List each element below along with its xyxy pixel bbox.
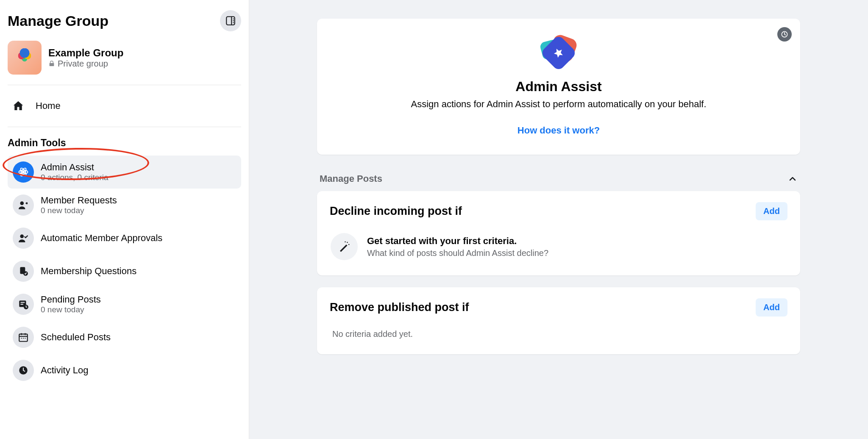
decline-title: Decline incoming post if: [330, 205, 462, 218]
atom-icon: [17, 166, 29, 178]
decline-body-sub: What kind of posts should Admin Assist d…: [367, 248, 548, 258]
sidebar-item-home[interactable]: Home: [8, 85, 241, 127]
svg-point-29: [348, 244, 350, 245]
group-name: Example Group: [48, 47, 123, 59]
sidebar-item-membership-questions[interactable]: Membership Questions: [8, 255, 241, 288]
rule-head: Remove published post if Add: [330, 298, 787, 317]
tool-label: Member Requests: [41, 195, 117, 206]
hero-description: Assign actions for Admin Assist to perfo…: [327, 99, 790, 110]
decline-body: Get started with your first criteria. Wh…: [330, 233, 787, 260]
sidebar-header: Manage Group: [8, 10, 241, 31]
svg-point-5: [22, 171, 25, 173]
scheduled-posts-icon: [13, 327, 34, 348]
sidebar-item-scheduled-posts[interactable]: Scheduled Posts: [8, 321, 241, 354]
tool-texts: Scheduled Posts: [41, 332, 111, 343]
svg-rect-15: [21, 304, 24, 305]
decline-post-card: Decline incoming post if Add Get started…: [317, 191, 800, 275]
group-row[interactable]: Example Group Private group: [8, 31, 241, 85]
tool-label: Automatic Member Approvals: [41, 233, 162, 244]
manage-posts-label: Manage Posts: [320, 173, 382, 184]
svg-rect-14: [21, 302, 25, 303]
group-privacy: Private group: [48, 59, 123, 69]
tool-texts: Membership Questions: [41, 266, 136, 277]
group-info: Example Group Private group: [48, 47, 123, 69]
main-content: Admin Assist Assign actions for Admin As…: [249, 0, 868, 439]
chevron-up-icon: [787, 174, 798, 184]
sidebar-item-auto-approvals[interactable]: Automatic Member Approvals: [8, 222, 241, 255]
feed-clock-icon: [18, 299, 29, 310]
group-avatar: [8, 41, 42, 75]
clock-icon: [18, 365, 29, 376]
svg-point-28: [347, 242, 348, 243]
activity-log-icon: [13, 360, 34, 381]
add-decline-criteria-button[interactable]: Add: [756, 202, 787, 220]
clipboard-badge-icon: [18, 266, 29, 277]
home-label: Home: [36, 100, 61, 111]
membership-questions-icon: [13, 261, 34, 282]
sidebar-item-member-requests[interactable]: Member Requests 0 new today: [8, 189, 241, 222]
decline-body-title: Get started with your first criteria.: [367, 236, 548, 247]
pending-posts-icon: [13, 294, 34, 315]
auto-approvals-icon: [13, 228, 34, 249]
admin-tools-heading: Admin Tools: [8, 127, 241, 156]
decline-body-texts: Get started with your first criteria. Wh…: [367, 236, 548, 258]
settings-panel-icon: [225, 15, 236, 26]
tool-texts: Admin Assist 0 actions, 0 criteria: [41, 162, 108, 182]
person-check-icon: [18, 233, 29, 244]
history-button[interactable]: [777, 27, 792, 42]
tool-texts: Pending Posts 0 new today: [41, 294, 101, 314]
lock-icon: [48, 60, 55, 67]
tool-label: Pending Posts: [41, 294, 101, 305]
star-icon: [551, 45, 567, 61]
svg-point-9: [20, 201, 24, 205]
manage-posts-section-toggle[interactable]: Manage Posts: [317, 173, 800, 184]
tool-label: Scheduled Posts: [41, 332, 111, 343]
tool-sub: 0 new today: [41, 206, 117, 215]
how-does-it-work-link[interactable]: How does it work?: [327, 125, 790, 136]
settings-button[interactable]: [220, 10, 241, 31]
wand-icon-wrap: [331, 233, 358, 260]
remove-empty-text: No criteria added yet.: [330, 329, 787, 339]
svg-point-30: [345, 242, 346, 243]
tool-sub: 0 new today: [41, 305, 101, 314]
person-arrow-icon: [18, 200, 29, 211]
hero-card: Admin Assist Assign actions for Admin As…: [317, 19, 800, 155]
member-requests-icon: [13, 194, 34, 216]
magic-wand-icon: [338, 240, 351, 253]
clock-icon: [780, 30, 789, 39]
add-remove-criteria-button[interactable]: Add: [756, 298, 787, 317]
admin-assist-icon: [13, 161, 34, 183]
tool-texts: Automatic Member Approvals: [41, 233, 162, 244]
remove-title: Remove published post if: [330, 301, 469, 314]
tool-sub: 0 actions, 0 criteria: [41, 173, 108, 182]
rule-head: Decline incoming post if Add: [330, 202, 787, 220]
remove-post-card: Remove published post if Add No criteria…: [317, 287, 800, 354]
group-avatar-graphic: [17, 48, 32, 67]
page-title: Manage Group: [8, 13, 108, 29]
sidebar: Manage Group Example Group Private group…: [0, 0, 249, 439]
tool-label: Admin Assist: [41, 162, 108, 173]
tool-label: Activity Log: [41, 365, 89, 376]
calendar-icon: [18, 332, 29, 343]
home-icon: [12, 100, 25, 112]
admin-assist-hero-icon: [540, 34, 578, 72]
group-privacy-label: Private group: [58, 59, 108, 69]
sidebar-item-pending-posts[interactable]: Pending Posts 0 new today: [8, 288, 241, 321]
sidebar-item-admin-assist[interactable]: Admin Assist 0 actions, 0 criteria: [8, 156, 241, 189]
tool-label: Membership Questions: [41, 266, 136, 277]
hero-title: Admin Assist: [327, 79, 790, 94]
tool-texts: Activity Log: [41, 365, 89, 376]
tool-texts: Member Requests 0 new today: [41, 195, 117, 215]
svg-point-10: [20, 234, 24, 238]
sidebar-item-activity-log[interactable]: Activity Log: [8, 354, 241, 387]
home-icon-wrap: [8, 95, 29, 117]
